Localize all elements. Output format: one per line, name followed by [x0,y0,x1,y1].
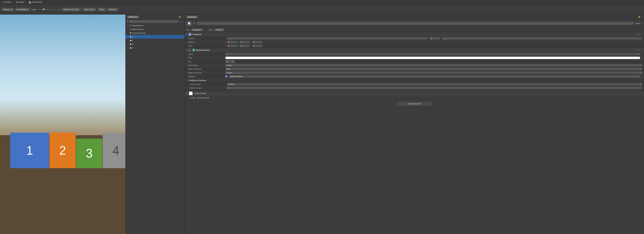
rotation-label: Rotation [188,41,225,43]
sprite-renderer-help-icon[interactable]: ? [635,49,636,51]
scale-z-label: Z [250,45,252,47]
hierarchy-lock-icon[interactable]: 🔒 [178,16,181,18]
hierarchy-item-maincamera[interactable]: 📷 Main Camera [126,27,184,31]
flip-x-button[interactable]: X [225,60,230,63]
hierarchy-item-samplescene[interactable]: ▼ 🎬 SampleScene* ⋮ [126,24,184,27]
sprite-block-1[interactable]: 1 [10,133,49,168]
order-in-layer-label: Order in Layer [190,87,227,89]
tag-dropdown[interactable]: Untagged [191,28,203,31]
draw-mode-dropdown[interactable]: Simple [225,64,642,67]
hierarchy-item-obj4[interactable]: 🔲 4 [126,46,184,50]
menu-scene[interactable]: 🎮 Scene [1,1,12,4]
rot-z-field[interactable] [252,41,262,43]
sprite-sort-point-dropdown[interactable]: Center [225,71,642,74]
transform-settings-icon[interactable]: ⚙ [638,33,639,35]
object-enabled-checkbox[interactable]: ✓ [193,22,195,24]
hierarchy-item-directionallight[interactable]: 💡 Directional Light [126,31,184,35]
order-in-layer-field[interactable] [227,87,642,89]
static-dropdown-icon[interactable]: ▾ [642,22,642,24]
flip-value: X Y [225,60,642,63]
flip-y-button[interactable]: Y [230,60,234,63]
hierarchy-tree: ▼ 🎬 SampleScene* ⋮ 📷 Main Camera 💡 Direc… [126,24,184,234]
transform-overflow-icon[interactable]: ⋮ [641,33,643,35]
rot-x-field[interactable] [227,41,237,43]
sprite-block-3[interactable]: 3 [76,139,102,168]
material-picker-icon[interactable]: ⊙ [641,75,642,78]
hierarchy-item-obj3[interactable]: 🔲 3 [126,42,184,46]
menu-asset-store[interactable]: 🏪 Asset Store [28,1,43,4]
scale-y-field[interactable] [240,44,250,47]
hierarchy-search-menu[interactable]: ⋮ [180,20,184,23]
transform-arrow-icon: ▼ [186,33,188,35]
hierarchy-add-button[interactable]: + [126,20,128,23]
mute-audio-button[interactable]: Mute Audio [82,7,96,11]
flip-row: Flip X Y [185,60,644,63]
hierarchy-tab[interactable]: Hierarchy [127,15,139,18]
samplescene-icon: 🎬 [129,25,131,26]
sorting-layer-value: Default [227,83,642,86]
rotation-value: X Y Z [225,41,642,43]
inspector-tab[interactable]: Inspector [186,15,198,18]
menu-game[interactable]: 🕹 Game [15,1,25,4]
transform-header[interactable]: ▼ T Transform ? ⚙ ⋮ [185,32,644,36]
inspector-lock-icon[interactable]: 🔒 [638,16,640,18]
sprite-block-4[interactable]: 4 [103,133,126,168]
transform-scale-row: Scale X Y Z [185,44,644,48]
pos-z-field[interactable] [442,37,642,40]
hierarchy-search-bar: + ⋮ [126,19,184,24]
additional-settings-header[interactable]: ▼ Additional Settings [185,78,644,82]
layer-dropdown[interactable]: Default [214,28,224,31]
sprite-dropdown[interactable]: — [225,53,640,55]
obj2-icon: 🔲 [130,40,132,41]
sprite-renderer-settings-icon[interactable]: ⚙ [638,49,639,51]
rot-x-label: X [225,41,226,43]
hierarchy-item-obj1[interactable]: 🔲 1 [126,35,184,38]
transform-help-icon[interactable]: ? [635,33,636,35]
directionallight-icon: 💡 [130,32,132,34]
samplescene-menu-icon[interactable]: ⋮ [181,24,183,27]
hierarchy-menu-icon[interactable]: ⋮ [181,16,183,18]
maximize-on-play-button[interactable]: Maximize On Play [62,7,81,11]
object-static-label: Static [635,22,640,24]
hierarchy-search-input[interactable] [129,20,179,23]
asset-expand-arrow[interactable]: ▶ [186,93,188,94]
pos-y-field[interactable] [430,37,440,40]
top-menu-bar: 🎮 Scene 🕹 Game 🏪 Asset Store [0,0,644,4]
rot-z-label: Z [250,41,252,43]
scale-x-field[interactable] [227,44,237,47]
sorting-layer-label: Sorting Layer [190,83,227,85]
hierarchy-item-obj2[interactable]: 🔲 2 [126,38,184,42]
pos-y-label: Y [428,37,429,39]
scene-icon: 🎮 [2,1,5,3]
color-label: Color [188,57,225,59]
material-dropdown[interactable]: Sprites-Default [229,75,640,78]
object-name-field[interactable] [196,22,634,25]
sprite-renderer-header[interactable]: ▼ ✓ S Sprite Renderer ? ⚙ ⋮ [185,48,644,52]
color-picker-icon[interactable]: ✏ [641,57,642,59]
pos-x-field[interactable] [227,37,427,40]
position-value: X Y Z [225,37,642,40]
stats-button[interactable]: Stats [98,7,106,11]
material-icon [225,75,228,78]
scale-z-field[interactable] [252,44,262,47]
aspect-dropdown[interactable]: Free Aspect [15,8,30,11]
sprite-sort-point-value: Center [225,71,642,74]
mask-interaction-dropdown[interactable]: None [225,68,642,70]
sorting-layer-dropdown[interactable]: Default [227,83,642,86]
sprite-picker-icon[interactable]: ⊙ [641,53,642,55]
sprite-renderer-enabled[interactable]: ✓ [188,49,190,51]
maincamera-icon: 📷 [130,28,132,30]
add-component-button[interactable]: Add Component [397,102,432,106]
color-swatch[interactable] [225,56,640,59]
asset-help-icon[interactable]: ? [641,93,642,94]
object-header: 🔲 ✓ Static ▾ [185,19,644,27]
sprite-renderer-overflow-icon[interactable]: ⋮ [641,49,643,51]
gizmos-dropdown[interactable]: Gizmos [108,8,118,11]
sprite-block-2[interactable]: 2 [50,133,76,168]
rot-y-field[interactable] [240,41,250,43]
material-row: Material Sprites-Default ⊙ [185,75,644,78]
inspector-menu-icon[interactable]: ⋮ [641,16,643,18]
add-component-section: Add Component [185,100,644,108]
display-dropdown[interactable]: Display 1 [2,8,14,11]
scale-slider[interactable] [37,9,57,10]
